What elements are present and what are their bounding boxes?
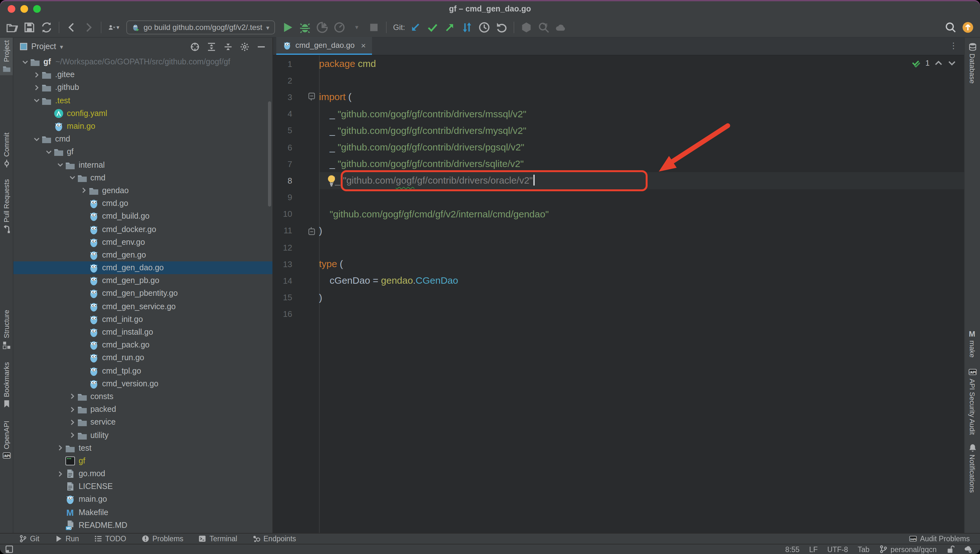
tree-row[interactable]: packed [13,403,273,416]
tree-row[interactable]: cmd_init.go [13,313,273,326]
line-number[interactable]: 6 [273,142,292,152]
close-tab-icon[interactable]: × [361,40,366,50]
chevron-down-icon[interactable]: ▾ [60,43,63,50]
tab-cmd-gen-dao[interactable]: cmd_gen_dao.go × [276,37,372,55]
synchronize-button[interactable] [41,22,52,33]
chevron-expanded-icon[interactable] [44,149,54,155]
tool-window-button-problems[interactable]: Problems [142,535,184,543]
tool-windows-icon[interactable] [5,545,13,553]
tree-row[interactable]: cmd_run.go [13,352,273,365]
run-configuration-select[interactable]: go build github.com/gogf/gf/v2/.test ▾ [126,21,275,34]
tree-row[interactable]: go.mod [13,467,273,480]
tree-row[interactable]: service [13,416,273,429]
status-caret-position[interactable]: 8:55 [785,545,800,553]
code-editor[interactable]: 1package cmd23import (4 _ "github.com/go… [273,56,964,533]
tree-row[interactable]: .test [13,94,273,107]
status-indent-style[interactable]: Tab [857,545,869,553]
fetch-button[interactable] [461,22,473,33]
code-line-9[interactable]: 9 [273,189,964,205]
status-line-separator[interactable]: LF [809,545,818,553]
tree-row[interactable]: cmd [13,171,273,184]
code-line-6[interactable]: 6 _ "github.com/gogf/gf/contrib/drivers/… [273,139,964,156]
chevron-collapsed-icon[interactable] [56,471,65,476]
line-number[interactable]: 14 [273,276,292,286]
tree-row[interactable]: .github [13,81,273,94]
tree-row[interactable]: utility [13,429,273,441]
line-number[interactable]: 4 [273,109,292,119]
tree-row[interactable]: gf [13,455,273,467]
chevron-collapsed-icon[interactable] [79,188,89,194]
rollback-button[interactable] [496,22,507,33]
next-problem-icon[interactable] [948,59,956,68]
tree-row[interactable]: LICENSE [13,480,273,493]
tool-window-button-structure[interactable]: Structure [0,307,13,352]
tree-row[interactable]: cmd_gen_pb.go [13,274,273,287]
line-number[interactable]: 1 [273,59,292,68]
chevron-expanded-icon[interactable] [56,162,65,168]
tree-row[interactable]: gf~/Workspace/Go/GOPATH/src/github.com/g… [13,56,273,68]
tree-row[interactable]: config.yaml [13,107,273,120]
tool-window-button-git[interactable]: Git [19,535,39,543]
line-number[interactable]: 9 [273,193,292,202]
chevron-collapsed-icon[interactable] [32,85,42,91]
tree-row[interactable]: cmd [13,133,273,145]
local-history-button[interactable] [479,22,490,33]
back-button[interactable] [66,22,77,33]
line-number[interactable]: 11 [273,226,292,236]
tool-window-button-todo[interactable]: TODO [94,535,126,543]
save-all-button[interactable] [24,22,35,33]
tree-row[interactable]: cmd_env.go [13,236,273,248]
code-line-1[interactable]: 1package cmd [273,56,964,72]
tree-row[interactable]: cmd_install.go [13,326,273,339]
run-with-coverage-button[interactable] [316,22,328,33]
tree-row[interactable]: main.go [13,120,273,133]
run-button[interactable] [282,22,294,33]
tree-row[interactable]: main.go [13,493,273,506]
user-profile-button[interactable]: ▾ [108,22,119,33]
tree-row[interactable]: test [13,441,273,454]
tree-row[interactable]: internal [13,158,273,171]
services-button[interactable] [520,22,532,33]
tree-row[interactable]: MMakefile [13,506,273,519]
line-number[interactable]: 12 [273,243,292,252]
tool-window-button-notifications[interactable]: Notifications [965,441,980,495]
chevron-expanded-icon[interactable] [32,136,42,142]
line-number[interactable]: 2 [273,76,292,86]
open-button[interactable] [6,22,18,33]
code-line-16[interactable]: 16 [273,306,964,323]
search-everywhere-button[interactable] [945,22,956,33]
chevron-expanded-icon[interactable] [21,59,30,65]
code-line-3[interactable]: 3import ( [273,89,964,105]
line-number[interactable]: 13 [273,259,292,269]
close-window-button[interactable] [8,5,15,13]
chevron-collapsed-icon[interactable] [56,445,65,451]
update-project-button[interactable] [410,22,421,33]
tool-window-button-api-security-audit[interactable]: /APIAPI Security Audit [965,365,980,437]
code-line-11[interactable]: 11) [273,223,964,239]
chevron-collapsed-icon[interactable] [67,406,77,412]
tree-row[interactable]: MDREADME.MD [13,519,273,532]
fold-marker-icon[interactable] [292,226,319,236]
debug-button[interactable] [299,22,311,33]
tool-window-button-make[interactable]: Mmake [965,327,980,360]
code-line-12[interactable]: 12 [273,239,964,256]
ide-update-badge[interactable] [962,22,974,33]
code-line-2[interactable]: 2 [273,72,964,89]
code-line-5[interactable]: 5 _ "github.com/gogf/gf/contrib/drivers/… [273,123,964,139]
line-number[interactable]: 10 [273,209,292,219]
tree-row[interactable]: consts [13,390,273,403]
tree-row[interactable]: cmd_gen.go [13,248,273,261]
project-panel-title[interactable]: Project [31,42,56,51]
code-line-13[interactable]: 13type ( [273,256,964,272]
line-number[interactable]: 15 [273,293,292,302]
tool-window-button-pull-requests[interactable]: Pull Requests [0,177,13,236]
hide-panel-button[interactable] [257,42,266,51]
tree-row[interactable]: cmd_gen_dao.go [13,261,273,274]
expand-all-button[interactable] [207,42,216,51]
tool-window-button-database[interactable]: Database [965,40,980,86]
tool-window-button-run[interactable]: Run [54,535,79,543]
stop-button[interactable] [368,22,380,33]
more-run-options-button[interactable]: ▾ [351,22,362,33]
readonly-toggle[interactable] [946,545,954,553]
tree-row[interactable]: cmd_version.go [13,377,273,390]
